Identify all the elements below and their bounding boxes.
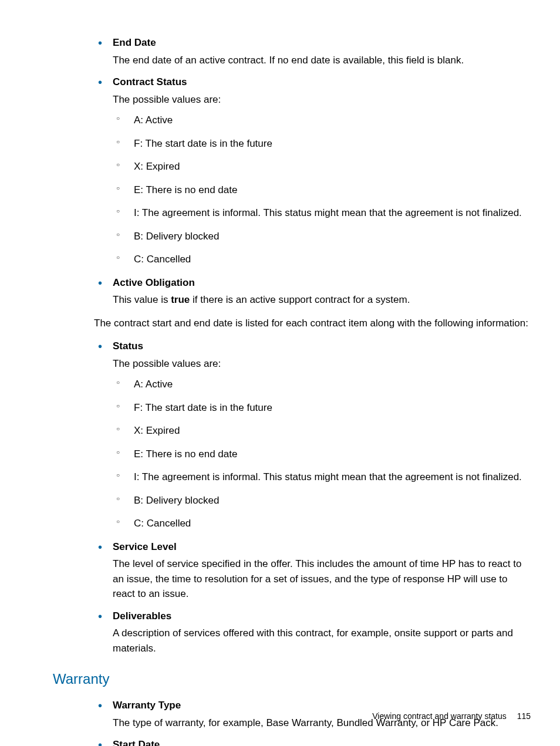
list-item: End Date The end date of an active contr…: [94, 35, 531, 67]
sub-list-item: B: Delivery blocked: [113, 229, 531, 244]
footer-text: Viewing contract and warranty status: [372, 711, 507, 721]
term-title: Contract Status: [113, 75, 531, 90]
mid-paragraph: The contract start and end date is liste…: [53, 316, 531, 331]
sub-list-item: I: The agreement is informal. This statu…: [113, 205, 531, 221]
page-number: 115: [517, 711, 531, 721]
document-content: End Date The end date of an active contr…: [53, 35, 531, 746]
sub-list-item: B: Delivery blocked: [113, 493, 531, 508]
term-title: End Date: [113, 35, 531, 50]
list-item: Contract Status The possible values are:…: [94, 75, 531, 267]
term-title: Active Obligation: [113, 275, 531, 291]
term-desc: The possible values are:: [113, 92, 531, 107]
definition-list-2: Status The possible values are: A: Activ…: [94, 339, 531, 656]
bold-text: true: [171, 294, 190, 305]
sub-list-item: A: Active: [113, 113, 531, 128]
list-item: Active Obligation This value is true if …: [94, 275, 531, 308]
sub-list-item: X: Expired: [113, 423, 531, 438]
sub-list-item: E: There is no end date: [113, 447, 531, 462]
sub-list: A: Active F: The start date is in the fu…: [113, 377, 531, 531]
list-item: Deliverables A description of services o…: [94, 609, 531, 656]
definition-list-1: End Date The end date of an active contr…: [94, 35, 531, 308]
text-span: if there is an active support contract f…: [190, 294, 410, 305]
term-desc: A description of services offered with t…: [113, 626, 531, 656]
text-span: This value is: [113, 294, 171, 305]
sub-list-item: I: The agreement is informal. This statu…: [113, 470, 531, 485]
list-item: Status The possible values are: A: Activ…: [94, 339, 531, 531]
term-title: Service Level: [113, 539, 531, 555]
sub-list-item: C: Cancelled: [113, 516, 531, 531]
term-desc: The possible values are:: [113, 356, 531, 372]
sub-list-item: F: The start date is in the future: [113, 136, 531, 151]
term-desc: The level of service specified in the of…: [113, 556, 531, 602]
term-desc: The end date of an active contract. If n…: [113, 53, 531, 68]
sub-list: A: Active F: The start date is in the fu…: [113, 113, 531, 267]
term-title: Deliverables: [113, 609, 531, 624]
sub-list-item: X: Expired: [113, 159, 531, 174]
sub-list-item: A: Active: [113, 377, 531, 392]
term-title: Start Date: [113, 737, 531, 746]
page-footer: Viewing contract and warranty status 115: [372, 710, 531, 723]
term-desc: This value is true if there is an active…: [113, 292, 531, 308]
warranty-heading: Warranty: [53, 669, 531, 690]
sub-list-item: C: Cancelled: [113, 252, 531, 267]
list-item: Service Level The level of service speci…: [94, 539, 531, 602]
list-item: Start Date The start date of an active w…: [94, 737, 531, 746]
sub-list-item: F: The start date is in the future: [113, 400, 531, 416]
term-title: Status: [113, 339, 531, 354]
sub-list-item: E: There is no end date: [113, 183, 531, 198]
